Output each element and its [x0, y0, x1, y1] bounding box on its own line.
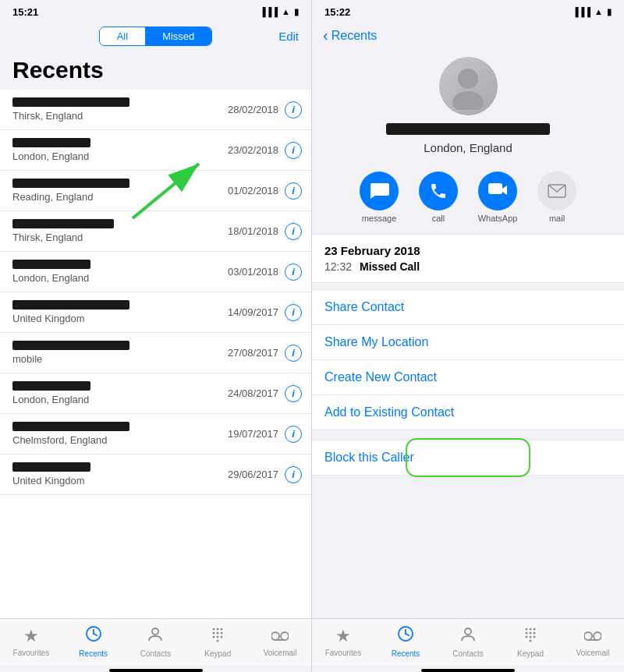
right-tab-favourites-label: Favourites	[325, 649, 362, 657]
info-icon[interactable]: i	[285, 345, 302, 362]
tab-voicemail[interactable]: Voicemail	[257, 626, 303, 657]
mail-button[interactable]: mail	[534, 172, 580, 223]
left-time: 15:21	[12, 6, 38, 18]
back-nav[interactable]: ‹ Recents	[312, 22, 624, 51]
call-name-bar	[12, 381, 90, 391]
add-existing-contact-option[interactable]: Add to Existing Contact	[312, 395, 624, 430]
call-name-bar	[12, 422, 129, 431]
svg-point-27	[465, 628, 471, 635]
right-tab-voicemail[interactable]: Voicemail	[569, 626, 616, 657]
call-button[interactable]: call	[415, 172, 462, 223]
list-item: United Kingdom 29/06/2017 i	[0, 454, 311, 495]
call-date: 19/07/2017	[228, 428, 278, 440]
contact-header: London, England	[312, 51, 624, 164]
info-icon[interactable]: i	[285, 142, 302, 159]
info-icon[interactable]: i	[285, 223, 302, 240]
info-icon[interactable]: i	[285, 466, 302, 483]
call-info: United Kingdom	[12, 300, 228, 324]
call-name-bar	[12, 97, 129, 107]
call-location: Chelmsford, England	[12, 434, 228, 446]
left-status-icons: ▐▐▐ ▲ ▮	[260, 7, 299, 17]
call-info: Reading, England	[12, 179, 228, 203]
svg-point-15	[217, 640, 219, 642]
info-icon[interactable]: i	[285, 385, 302, 402]
call-name-bar	[12, 138, 90, 147]
wifi-icon: ▲	[594, 7, 603, 16]
right-tab-keypad-label: Keypad	[517, 649, 544, 658]
svg-point-5	[152, 628, 158, 635]
tab-voicemail-label: Voicemail	[264, 649, 297, 657]
whatsapp-icon	[478, 172, 517, 210]
share-location-option[interactable]: Share My Location	[312, 325, 624, 360]
call-info: London, England	[12, 138, 228, 162]
tab-keypad[interactable]: Keypad	[194, 625, 241, 658]
info-icon[interactable]: i	[285, 304, 302, 321]
call-location: Reading, England	[12, 191, 228, 203]
tab-recents[interactable]: Recents	[70, 625, 117, 658]
call-info: Chelmsford, England	[12, 422, 228, 446]
tab-missed[interactable]: Missed	[145, 27, 211, 45]
tab-all[interactable]: All	[100, 27, 145, 45]
call-detail-time-row: 12:32 Missed Call	[324, 260, 612, 273]
right-tab-favourites[interactable]: ★ Favourites	[320, 626, 367, 657]
right-voicemail-icon	[584, 626, 601, 646]
right-tab-contacts-label: Contacts	[452, 649, 483, 658]
svg-rect-21	[488, 183, 502, 194]
edit-button[interactable]: Edit	[278, 30, 299, 43]
tab-favourites-label: Favourites	[13, 649, 50, 657]
right-contacts-icon	[459, 625, 477, 647]
phone-icon	[419, 172, 458, 210]
list-item: London, England 03/01/2018 i	[0, 252, 311, 292]
right-status-bar: 15:22 ▐▐▐ ▲ ▮	[312, 0, 624, 22]
list-item: London, England 24/08/2017 i	[0, 373, 311, 414]
right-tab-keypad[interactable]: Keypad	[507, 625, 554, 658]
info-icon[interactable]: i	[285, 263, 302, 281]
svg-point-29	[530, 628, 532, 631]
call-name-bar	[12, 260, 90, 269]
svg-point-13	[217, 636, 219, 638]
call-location: Thirsk, England	[12, 232, 228, 243]
right-tab-contacts[interactable]: Contacts	[445, 625, 491, 658]
list-item: United Kingdom 14/09/2017 i	[0, 292, 311, 333]
svg-point-39	[594, 632, 601, 640]
right-keypad-icon	[522, 625, 539, 647]
battery-icon: ▮	[607, 7, 612, 17]
svg-line-4	[94, 634, 97, 635]
call-list: Thirsk, England 28/02/2018 i London, Eng…	[0, 90, 311, 618]
left-status-bar: 15:21 ▐▐▐ ▲ ▮	[0, 0, 311, 22]
list-item: Thirsk, England 18/01/2018 i	[0, 211, 311, 252]
tab-keypad-label: Keypad	[204, 649, 231, 658]
svg-point-36	[534, 636, 536, 638]
call-name-bar	[12, 179, 129, 188]
call-location: United Kingdom	[12, 313, 228, 324]
keypad-icon	[209, 625, 226, 647]
back-chevron-icon: ‹	[323, 27, 328, 44]
tab-contacts[interactable]: Contacts	[132, 625, 179, 658]
svg-point-12	[213, 636, 215, 638]
info-icon[interactable]: i	[285, 426, 302, 443]
call-name-bar	[12, 462, 90, 472]
message-button[interactable]: message	[356, 172, 402, 223]
svg-point-20	[452, 91, 484, 110]
back-label: Recents	[332, 29, 378, 43]
block-caller-section[interactable]: Block this Caller	[312, 440, 624, 476]
avatar-silhouette-icon	[445, 63, 491, 110]
right-bottom-tab-bar: ★ Favourites Recents Contacts	[312, 618, 624, 666]
svg-point-11	[221, 632, 223, 635]
info-icon[interactable]: i	[285, 101, 302, 118]
call-label: call	[432, 214, 445, 223]
call-detail-type: Missed Call	[360, 260, 420, 273]
svg-point-16	[271, 632, 279, 640]
share-contact-option[interactable]: Share Contact	[312, 290, 624, 325]
list-item: Reading, England 01/02/2018 i	[0, 171, 311, 211]
right-tab-recents[interactable]: Recents	[382, 625, 429, 658]
svg-point-17	[281, 632, 289, 640]
svg-point-10	[217, 632, 219, 635]
whatsapp-button[interactable]: WhatsApp	[474, 172, 521, 223]
create-contact-option[interactable]: Create New Contact	[312, 360, 624, 395]
tab-favourites[interactable]: ★ Favourites	[8, 626, 55, 657]
call-date: 24/08/2017	[228, 387, 278, 399]
call-location: mobile	[12, 353, 228, 365]
info-icon[interactable]: i	[285, 182, 302, 200]
list-item: London, England 23/02/2018 i	[0, 130, 311, 171]
